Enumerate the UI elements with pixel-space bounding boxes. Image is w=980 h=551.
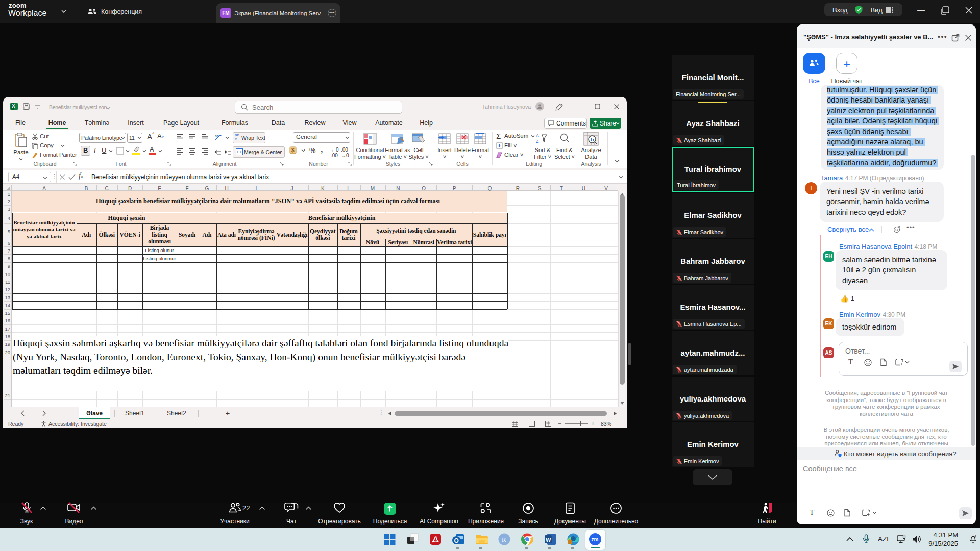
svg-text:W: W (546, 537, 551, 543)
svg-text:Z: Z (536, 139, 539, 144)
svg-text:zm: zm (592, 537, 599, 542)
svg-text:ab: ab (215, 134, 219, 138)
svg-text:A: A (536, 133, 539, 138)
svg-text:z: z (975, 534, 977, 537)
svg-text:R: R (502, 536, 506, 543)
svg-text:$: $ (291, 147, 295, 153)
svg-text:O: O (454, 537, 459, 544)
